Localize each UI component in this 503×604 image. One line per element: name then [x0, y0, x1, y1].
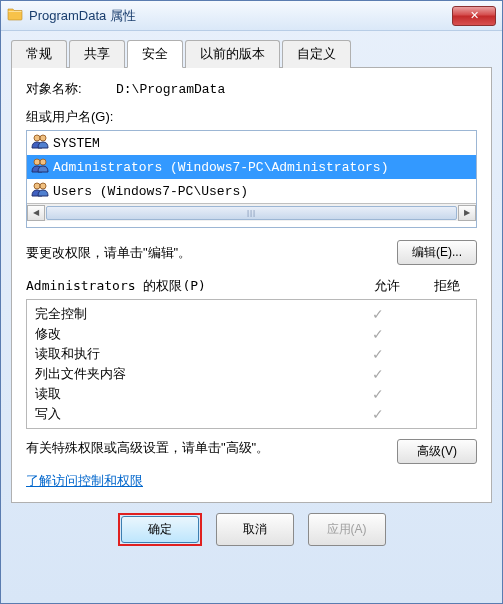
close-icon: ✕: [470, 9, 479, 22]
permissions-header: Administrators 的权限(P) 允许 拒绝: [26, 277, 477, 295]
svg-point-1: [40, 135, 46, 141]
titlebar[interactable]: ProgramData 属性 ✕: [1, 1, 502, 31]
chevron-right-icon: ▶: [464, 208, 470, 217]
tab-security[interactable]: 安全: [127, 40, 183, 68]
allow-check-icon: ✓: [348, 346, 408, 362]
edit-button[interactable]: 编辑(E)...: [397, 240, 477, 265]
advanced-button[interactable]: 高级(V): [397, 439, 477, 464]
folder-icon: [7, 6, 29, 25]
tab-previous[interactable]: 以前的版本: [185, 40, 280, 68]
allow-check-icon: ✓: [348, 306, 408, 322]
perm-row: 读取和执行 ✓: [27, 344, 476, 364]
list-item[interactable]: SYSTEM: [27, 131, 476, 155]
ok-button[interactable]: 确定: [121, 516, 199, 543]
perm-label: 修改: [35, 325, 348, 343]
advanced-hint: 有关特殊权限或高级设置，请单击"高级"。: [26, 439, 397, 457]
learn-link[interactable]: 了解访问控制和权限: [26, 473, 143, 488]
advanced-row: 有关特殊权限或高级设置，请单击"高级"。 高级(V): [26, 439, 477, 464]
perm-row: 修改 ✓: [27, 324, 476, 344]
edit-row: 要更改权限，请单击"编辑"。 编辑(E)...: [26, 240, 477, 265]
properties-window: ProgramData 属性 ✕ 常规 共享 安全 以前的版本 自定义 对象名称…: [0, 0, 503, 604]
object-name-row: 对象名称: D:\ProgramData: [26, 80, 477, 98]
grip-icon: |||: [247, 208, 256, 217]
list-item-label: Administrators (Windows7-PC\Administrato…: [53, 160, 388, 175]
security-panel: 对象名称: D:\ProgramData 组或用户名(G): SYSTEM Ad…: [11, 68, 492, 503]
close-button[interactable]: ✕: [452, 6, 496, 26]
svg-point-2: [34, 159, 40, 165]
users-icon: [31, 181, 53, 201]
svg-point-4: [34, 183, 40, 189]
chevron-left-icon: ◀: [33, 208, 39, 217]
allow-check-icon: ✓: [348, 406, 408, 422]
content-area: 常规 共享 安全 以前的版本 自定义 对象名称: D:\ProgramData …: [1, 31, 502, 556]
scroll-right-button[interactable]: ▶: [458, 205, 476, 221]
allow-check-icon: ✓: [348, 386, 408, 402]
deny-header: 拒绝: [417, 277, 477, 295]
tab-strip: 常规 共享 安全 以前的版本 自定义: [11, 39, 492, 68]
allow-header: 允许: [357, 277, 417, 295]
groups-listbox[interactable]: SYSTEM Administrators (Windows7-PC\Admin…: [26, 130, 477, 228]
allow-check-icon: ✓: [348, 326, 408, 342]
cancel-button[interactable]: 取消: [216, 513, 294, 546]
svg-point-0: [34, 135, 40, 141]
tab-sharing[interactable]: 共享: [69, 40, 125, 68]
perm-row: 完全控制 ✓: [27, 304, 476, 324]
tab-customize[interactable]: 自定义: [282, 40, 351, 68]
list-item-label: Users (Windows7-PC\Users): [53, 184, 248, 199]
svg-point-5: [40, 183, 46, 189]
perm-row: 读取 ✓: [27, 384, 476, 404]
perm-label: 完全控制: [35, 305, 348, 323]
perm-label: 写入: [35, 405, 348, 423]
list-item-label: SYSTEM: [53, 136, 100, 151]
allow-check-icon: ✓: [348, 366, 408, 382]
groups-label: 组或用户名(G):: [26, 108, 477, 126]
users-icon: [31, 133, 53, 153]
object-name-label: 对象名称:: [26, 80, 116, 98]
perm-row: 列出文件夹内容 ✓: [27, 364, 476, 384]
list-item[interactable]: Administrators (Windows7-PC\Administrato…: [27, 155, 476, 179]
edit-hint: 要更改权限，请单击"编辑"。: [26, 244, 397, 262]
perm-label: 读取和执行: [35, 345, 348, 363]
dialog-buttons: 确定 取消 应用(A): [11, 503, 492, 546]
list-item[interactable]: Users (Windows7-PC\Users): [27, 179, 476, 203]
scroll-thumb[interactable]: |||: [46, 206, 457, 220]
scroll-left-button[interactable]: ◀: [27, 205, 45, 221]
window-title: ProgramData 属性: [29, 7, 452, 25]
apply-button[interactable]: 应用(A): [308, 513, 386, 546]
perm-label: 读取: [35, 385, 348, 403]
object-name-value: D:\ProgramData: [116, 82, 225, 97]
ok-highlight: 确定: [118, 513, 202, 546]
users-icon: [31, 157, 53, 177]
permissions-header-label: Administrators 的权限(P): [26, 277, 357, 295]
svg-point-3: [40, 159, 46, 165]
hscrollbar[interactable]: ◀ ||| ▶: [27, 203, 476, 221]
permissions-list: 完全控制 ✓ 修改 ✓ 读取和执行 ✓ 列出文件夹内容 ✓: [26, 299, 477, 429]
perm-label: 列出文件夹内容: [35, 365, 348, 383]
tab-general[interactable]: 常规: [11, 40, 67, 68]
perm-row: 写入 ✓: [27, 404, 476, 424]
